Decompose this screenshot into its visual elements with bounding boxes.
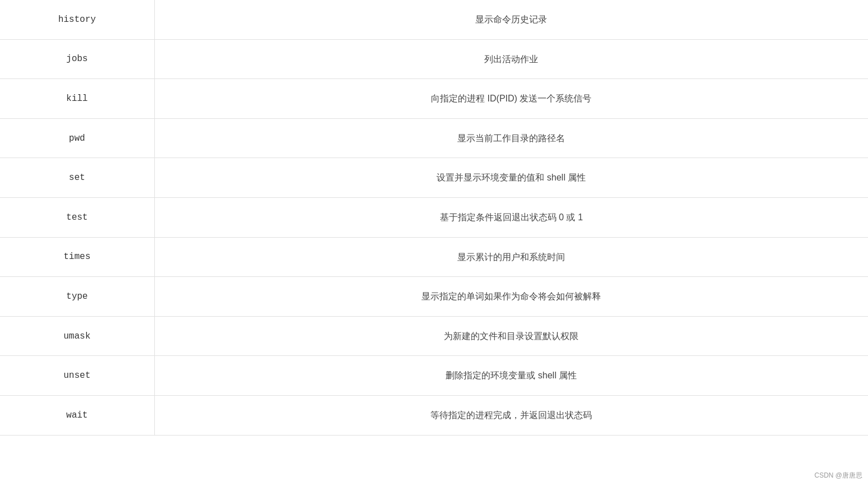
- table-container: history显示命令历史记录jobs列出活动作业kill向指定的进程 ID(P…: [0, 0, 868, 436]
- cmd-cell: unset: [0, 356, 154, 396]
- desc-cell: 设置并显示环境变量的值和 shell 属性: [154, 158, 868, 198]
- desc-cell: 基于指定条件返回退出状态码 0 或 1: [154, 197, 868, 237]
- cmd-cell: history: [0, 0, 154, 39]
- table-row: times显示累计的用户和系统时间: [0, 237, 868, 277]
- table-row: type显示指定的单词如果作为命令将会如何被解释: [0, 277, 868, 317]
- desc-cell: 显示累计的用户和系统时间: [154, 237, 868, 277]
- table-row: test基于指定条件返回退出状态码 0 或 1: [0, 197, 868, 237]
- cmd-cell: umask: [0, 316, 154, 356]
- table-row: jobs列出活动作业: [0, 39, 868, 79]
- desc-cell: 删除指定的环境变量或 shell 属性: [154, 356, 868, 396]
- watermark: CSDN @唐唐思: [814, 471, 862, 480]
- desc-cell: 显示指定的单词如果作为命令将会如何被解释: [154, 277, 868, 317]
- cmd-cell: set: [0, 158, 154, 198]
- cmd-cell: type: [0, 277, 154, 317]
- cmd-cell: jobs: [0, 39, 154, 79]
- commands-table: history显示命令历史记录jobs列出活动作业kill向指定的进程 ID(P…: [0, 0, 868, 436]
- cmd-cell: kill: [0, 79, 154, 119]
- table-row: kill向指定的进程 ID(PID) 发送一个系统信号: [0, 79, 868, 119]
- table-row: pwd显示当前工作目录的路径名: [0, 118, 868, 158]
- desc-cell: 列出活动作业: [154, 39, 868, 79]
- table-row: umask为新建的文件和目录设置默认权限: [0, 316, 868, 356]
- desc-cell: 向指定的进程 ID(PID) 发送一个系统信号: [154, 79, 868, 119]
- cmd-cell: times: [0, 237, 154, 277]
- table-row: unset删除指定的环境变量或 shell 属性: [0, 356, 868, 396]
- cmd-cell: wait: [0, 395, 154, 435]
- table-row: wait等待指定的进程完成，并返回退出状态码: [0, 395, 868, 435]
- table-row: history显示命令历史记录: [0, 0, 868, 39]
- cmd-cell: test: [0, 197, 154, 237]
- cmd-cell: pwd: [0, 118, 154, 158]
- desc-cell: 显示命令历史记录: [154, 0, 868, 39]
- desc-cell: 显示当前工作目录的路径名: [154, 118, 868, 158]
- desc-cell: 等待指定的进程完成，并返回退出状态码: [154, 395, 868, 435]
- table-row: set设置并显示环境变量的值和 shell 属性: [0, 158, 868, 198]
- desc-cell: 为新建的文件和目录设置默认权限: [154, 316, 868, 356]
